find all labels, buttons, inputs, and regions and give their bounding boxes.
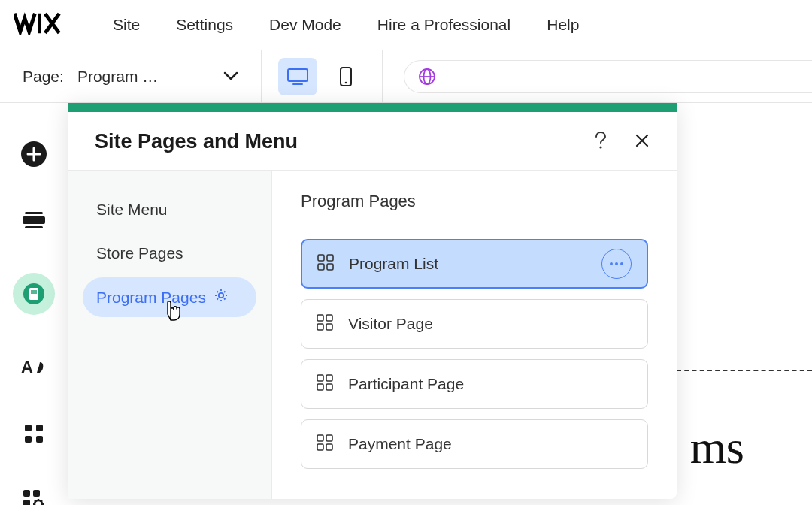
svg-text:A: A — [21, 358, 33, 376]
svg-point-31 — [615, 262, 618, 265]
page-icon — [23, 283, 45, 305]
wix-logo[interactable] — [14, 12, 71, 38]
page-card-payment-page[interactable]: Payment Page — [301, 419, 648, 469]
desktop-icon — [286, 68, 309, 86]
panel-close-button[interactable] — [635, 133, 650, 151]
svg-point-30 — [610, 262, 613, 265]
pages-button[interactable] — [13, 273, 55, 315]
menu-help[interactable]: Help — [547, 16, 579, 34]
design-button[interactable]: A — [20, 354, 47, 381]
page-selector[interactable]: Page: Program … — [0, 50, 262, 102]
panel-header: Site Pages and Menu — [68, 112, 677, 171]
pages-list: Program List Visitor Page — [301, 239, 648, 469]
menu-site[interactable]: Site — [113, 16, 140, 34]
svg-point-25 — [219, 293, 223, 298]
sidebar-item-label: Store Pages — [96, 244, 183, 262]
page-selector-value: Program … — [77, 68, 214, 86]
add-element-button[interactable] — [20, 141, 47, 168]
apps-button[interactable] — [20, 420, 47, 447]
svg-rect-42 — [326, 435, 332, 441]
help-icon — [594, 131, 607, 150]
svg-rect-8 — [23, 216, 45, 224]
sidebar-item-label: Site Menu — [96, 201, 168, 219]
url-bar[interactable] — [404, 60, 812, 93]
svg-rect-35 — [317, 324, 323, 330]
dynamic-page-icon — [317, 434, 338, 454]
sidebar-item-label: Program Pages — [96, 289, 206, 307]
svg-rect-44 — [326, 444, 332, 450]
svg-rect-26 — [318, 255, 324, 261]
menu-settings[interactable]: Settings — [176, 16, 233, 34]
globe-icon — [418, 68, 436, 86]
page-card-participant-page[interactable]: Participant Page — [301, 359, 648, 409]
svg-rect-10 — [25, 226, 43, 228]
editor-toolbar: Page: Program … — [0, 50, 812, 103]
svg-rect-34 — [326, 315, 332, 321]
mobile-icon — [339, 66, 353, 87]
panel-sidebar: Site Menu Store Pages Program Pages — [68, 171, 272, 499]
svg-rect-36 — [326, 324, 332, 330]
gear-icon — [214, 288, 229, 307]
svg-rect-19 — [36, 436, 43, 443]
svg-point-3 — [345, 81, 347, 83]
apps-gear-icon — [23, 489, 45, 505]
panel-main: Program Pages Program List — [272, 171, 677, 499]
svg-rect-22 — [23, 500, 30, 505]
apps-grid-icon — [24, 424, 44, 443]
svg-rect-38 — [326, 375, 332, 381]
svg-rect-20 — [23, 490, 30, 497]
svg-rect-0 — [288, 69, 308, 81]
svg-rect-28 — [318, 264, 324, 270]
preview-text-fragment: ms — [690, 421, 744, 474]
sections-icon — [23, 212, 45, 228]
sidebar-item-program-pages[interactable]: Program Pages — [83, 277, 256, 317]
mobile-view-button[interactable] — [326, 58, 365, 95]
svg-rect-27 — [327, 255, 333, 261]
svg-rect-43 — [317, 444, 323, 450]
section-title: Program Pages — [301, 192, 648, 222]
svg-rect-29 — [327, 264, 333, 270]
ellipsis-icon — [609, 262, 624, 266]
close-icon — [635, 133, 650, 148]
svg-rect-18 — [25, 436, 32, 443]
chevron-down-icon — [223, 70, 238, 83]
plus-circle-icon — [20, 141, 47, 168]
sidebar-item-store-pages[interactable]: Store Pages — [83, 234, 256, 273]
menu-hire[interactable]: Hire a Professional — [377, 16, 511, 34]
page-card-label: Payment Page — [348, 435, 632, 453]
svg-point-24 — [599, 146, 601, 148]
svg-rect-33 — [317, 315, 323, 321]
panel-title: Site Pages and Menu — [95, 130, 298, 153]
main-menu: Site Settings Dev Mode Hire a Profession… — [113, 16, 579, 34]
svg-rect-39 — [317, 384, 323, 390]
dynamic-page-icon — [317, 314, 338, 334]
sections-button[interactable] — [20, 207, 47, 234]
desktop-view-button[interactable] — [278, 58, 317, 95]
page-card-visitor-page[interactable]: Visitor Page — [301, 299, 648, 349]
menu-dev-mode[interactable]: Dev Mode — [269, 16, 341, 34]
dynamic-page-icon — [317, 254, 338, 274]
pages-panel: Site Pages and Menu Site Menu Store Page… — [68, 103, 677, 499]
page-card-label: Visitor Page — [348, 315, 632, 333]
svg-rect-21 — [33, 490, 40, 497]
app-settings-button[interactable] — [20, 486, 47, 505]
sidebar-item-site-menu[interactable]: Site Menu — [83, 190, 256, 229]
page-more-button[interactable] — [601, 249, 632, 279]
panel-help-button[interactable] — [594, 131, 607, 153]
url-bar-area — [383, 50, 812, 102]
page-selector-label: Page: — [23, 68, 64, 86]
panel-accent-stripe — [68, 103, 677, 112]
preview-dashed-line — [677, 370, 812, 371]
svg-point-32 — [620, 262, 623, 265]
svg-rect-12 — [29, 288, 38, 300]
left-tool-rail: A — [0, 103, 68, 505]
svg-rect-9 — [25, 212, 43, 214]
page-card-label: Program List — [349, 255, 601, 273]
svg-rect-16 — [25, 425, 32, 431]
device-toggle — [262, 50, 383, 102]
page-card-program-list[interactable]: Program List — [301, 239, 648, 289]
page-card-label: Participant Page — [348, 375, 632, 393]
svg-rect-17 — [36, 425, 43, 431]
svg-rect-41 — [317, 435, 323, 441]
top-menu-bar: Site Settings Dev Mode Hire a Profession… — [0, 0, 812, 50]
